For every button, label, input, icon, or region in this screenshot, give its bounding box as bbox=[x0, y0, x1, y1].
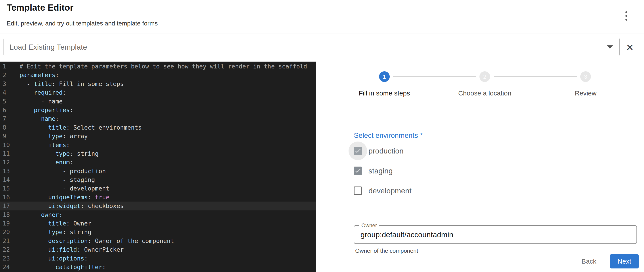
code-line: 22 ui:field: OwnerPicker bbox=[0, 245, 316, 254]
line-number: 23 bbox=[0, 254, 14, 263]
code-line: 19 title: Owner bbox=[0, 219, 316, 228]
stepper-step-choose-a-location: 2 Choose a location bbox=[458, 71, 511, 97]
stepper-step-fill-in-some-steps: 1 Fill in some steps bbox=[359, 71, 410, 97]
code-line: 8 title: Select environments bbox=[0, 123, 316, 132]
code-line: 20 type: string bbox=[0, 228, 316, 236]
checkbox-label: staging bbox=[368, 167, 393, 175]
code-line: 6 properties: bbox=[0, 106, 316, 114]
environments-checkbox-group: productionstagingdevelopment bbox=[348, 141, 412, 201]
code-line: 9 type: array bbox=[0, 132, 316, 141]
line-number: 14 bbox=[0, 175, 14, 184]
checkbox-option-staging[interactable]: staging bbox=[348, 161, 412, 181]
code-line: 12 enum: bbox=[0, 158, 316, 167]
line-number: 12 bbox=[0, 158, 14, 167]
code-line: 18 owner: bbox=[0, 210, 316, 219]
checkbox-option-development[interactable]: development bbox=[348, 181, 412, 201]
template-selector-row: Load Existing Template ✕ bbox=[0, 33, 644, 62]
line-number: 5 bbox=[0, 97, 14, 106]
line-number: 24 bbox=[0, 263, 14, 271]
code-line: 7 name: bbox=[0, 114, 316, 123]
line-number: 21 bbox=[0, 237, 14, 245]
select-environments-label: Select environments * bbox=[354, 131, 422, 140]
page-header: Template Editor Edit, preview, and try o… bbox=[0, 0, 644, 33]
form-actions: Back Next bbox=[578, 254, 639, 268]
close-icon: ✕ bbox=[626, 42, 634, 53]
code-lines: 1# Edit the template parameters below to… bbox=[0, 62, 316, 271]
code-line: 4 required: bbox=[0, 88, 316, 97]
line-number: 13 bbox=[0, 167, 14, 175]
line-number: 10 bbox=[0, 141, 14, 149]
kebab-menu-icon bbox=[626, 11, 627, 13]
step-1-label: Fill in some steps bbox=[359, 89, 410, 97]
stepper-step-review: 3 Review bbox=[575, 71, 596, 97]
load-existing-template-select[interactable]: Load Existing Template bbox=[4, 38, 620, 56]
line-number: 1 bbox=[0, 62, 14, 71]
checkbox-label: development bbox=[368, 187, 412, 195]
line-number: 3 bbox=[0, 79, 14, 88]
code-line: 15 - development bbox=[0, 184, 316, 193]
code-line: 3 - title: Fill in some steps bbox=[0, 79, 316, 88]
line-number: 2 bbox=[0, 71, 14, 79]
code-line: 13 - production bbox=[0, 167, 316, 175]
line-number: 19 bbox=[0, 219, 14, 228]
step-2-indicator: 2 bbox=[480, 71, 490, 82]
overflow-menu-button[interactable] bbox=[620, 9, 633, 23]
code-line: 10 items: bbox=[0, 141, 316, 149]
line-number: 4 bbox=[0, 88, 14, 97]
step-3-label: Review bbox=[575, 89, 596, 97]
line-number: 17 bbox=[0, 202, 14, 210]
line-number: 22 bbox=[0, 245, 14, 254]
line-number: 15 bbox=[0, 184, 14, 193]
select-placeholder: Load Existing Template bbox=[10, 43, 87, 51]
code-line: 17 ui:widget: checkboxes bbox=[0, 202, 316, 210]
line-number: 20 bbox=[0, 228, 14, 236]
line-number: 7 bbox=[0, 114, 14, 123]
line-number: 8 bbox=[0, 123, 14, 132]
code-line: 11 type: string bbox=[0, 149, 316, 158]
stepper-connector bbox=[494, 76, 577, 77]
template-preview-panel: 1 Fill in some steps 2 Choose a location… bbox=[316, 62, 644, 272]
owner-field-label: Owner bbox=[359, 222, 379, 229]
owner-field-value: group:default/accountadmin bbox=[360, 230, 453, 239]
line-number: 18 bbox=[0, 210, 14, 219]
line-number: 16 bbox=[0, 193, 14, 202]
line-number: 9 bbox=[0, 132, 14, 141]
step-1-indicator: 1 bbox=[379, 71, 390, 82]
code-line: 14 - staging bbox=[0, 175, 316, 184]
code-line: 16 uniqueItems: true bbox=[0, 193, 316, 202]
code-line: 2parameters: bbox=[0, 71, 316, 79]
code-line: 21 description: Owner of the component bbox=[0, 237, 316, 245]
owner-input[interactable]: Owner group:default/accountadmin bbox=[354, 225, 637, 244]
code-line: 23 ui:options: bbox=[0, 254, 316, 263]
chevron-down-icon[interactable] bbox=[607, 45, 613, 49]
checkbox-checked-icon[interactable] bbox=[348, 162, 367, 180]
page-subtitle: Edit, preview, and try out templates and… bbox=[7, 20, 158, 27]
checkbox-label: production bbox=[368, 147, 404, 155]
template-code-editor[interactable]: 1# Edit the template parameters below to… bbox=[0, 62, 316, 272]
page-title: Template Editor bbox=[7, 3, 74, 13]
step-3-indicator: 3 bbox=[580, 71, 591, 82]
line-number: 6 bbox=[0, 106, 14, 114]
checkbox-checked-icon[interactable] bbox=[348, 142, 367, 160]
close-selector-button[interactable]: ✕ bbox=[623, 41, 636, 54]
code-line: 1# Edit the template parameters below to… bbox=[0, 62, 316, 71]
next-button[interactable]: Next bbox=[610, 254, 639, 268]
stepper: 1 Fill in some steps 2 Choose a location… bbox=[316, 62, 644, 109]
checkbox-option-production[interactable]: production bbox=[348, 141, 412, 161]
back-button[interactable]: Back bbox=[578, 254, 600, 268]
code-line: 24 catalogFilter: bbox=[0, 263, 316, 271]
checkbox-unchecked-icon[interactable] bbox=[348, 181, 367, 200]
line-number: 11 bbox=[0, 149, 14, 158]
owner-helper-text: Owner of the component bbox=[355, 247, 418, 254]
template-form: Select environments * productionstagingd… bbox=[316, 109, 644, 272]
code-line: 5 - name bbox=[0, 97, 316, 106]
required-asterisk: * bbox=[420, 131, 422, 139]
step-2-label: Choose a location bbox=[458, 89, 511, 97]
